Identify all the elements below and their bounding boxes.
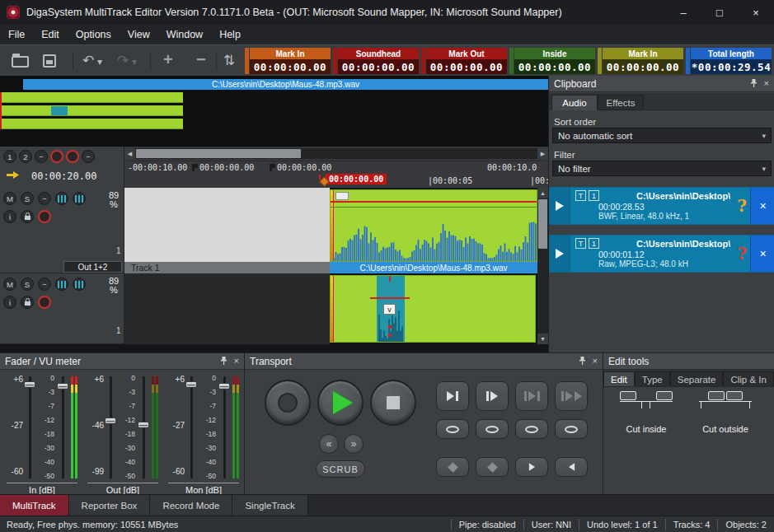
undo-icon[interactable]: ↶	[82, 52, 94, 69]
time-ruler[interactable]: -00:00:10.00 00:00:00.00 00:00:00.00 00:…	[124, 161, 548, 188]
tab-singletrack[interactable]: SingleTrack	[232, 495, 307, 516]
scroll-right-icon[interactable]: ▶	[537, 148, 548, 159]
loop-button[interactable]	[436, 419, 469, 439]
fader-handle[interactable]	[185, 381, 197, 388]
lock-button[interactable]	[21, 296, 34, 309]
prev-marker-button[interactable]	[555, 457, 588, 477]
track-1-lane[interactable]	[124, 188, 330, 262]
clip-remove-button[interactable]: ×	[750, 188, 774, 224]
overview-clip-title[interactable]: C:\Users\nin\Desktop\Maus-48.mp3.wav	[23, 79, 548, 90]
record-enable-icon[interactable]	[50, 150, 63, 163]
scrollbar-thumb[interactable]	[538, 199, 547, 249]
mute-button[interactable]: M	[3, 278, 16, 291]
scrollbar-thumb[interactable]	[136, 149, 301, 158]
open-folder-icon[interactable]	[12, 56, 29, 68]
tab-record-mode[interactable]: Record Mode	[150, 495, 232, 516]
pin-icon[interactable]	[750, 79, 758, 89]
skip-back-button[interactable]: «	[319, 434, 339, 454]
autoscroll-icon[interactable]	[7, 170, 20, 183]
panel-close-icon[interactable]: ×	[234, 357, 239, 366]
play-button[interactable]	[317, 380, 364, 426]
loop-button[interactable]	[515, 419, 548, 439]
play-from-mark-button[interactable]	[476, 381, 509, 411]
menu-file[interactable]: File	[0, 25, 33, 44]
fader-handle[interactable]	[138, 422, 149, 428]
redo-icon[interactable]: ↷	[117, 52, 129, 69]
edit-marker[interactable]: v	[383, 304, 396, 315]
spectrum-button[interactable]	[73, 278, 86, 291]
zoom-in-icon[interactable]: +	[163, 50, 173, 69]
record-enable-icon[interactable]	[66, 150, 79, 163]
scroll-up-icon[interactable]: ▲	[537, 188, 548, 198]
info-button[interactable]: i	[3, 210, 16, 223]
cut-inside-button[interactable]: Cut inside	[608, 390, 684, 437]
pin-icon[interactable]	[220, 357, 228, 366]
skip-forward-button[interactable]: »	[344, 434, 364, 454]
filter-select[interactable]: No filter ▾	[552, 161, 772, 176]
zoom-out-icon[interactable]: −	[196, 50, 206, 69]
stop-button[interactable]	[370, 380, 416, 426]
panel-close-icon[interactable]: ×	[593, 357, 598, 366]
fader-handle[interactable]	[105, 418, 116, 424]
track-name-bar[interactable]: Track 1	[124, 262, 330, 273]
output-bus-button[interactable]: Out 1+2	[63, 261, 122, 273]
track-2-lane[interactable]	[124, 273, 330, 344]
collapse-button[interactable]: −	[38, 278, 51, 291]
loop-button[interactable]	[476, 419, 509, 439]
marker-button[interactable]	[476, 457, 509, 477]
vertical-scrollbar[interactable]: ▲ ▼	[537, 188, 548, 344]
cut-outside-button[interactable]: Cut outside	[687, 390, 763, 437]
tab-reporter-box[interactable]: Reporter Box	[69, 495, 151, 516]
mute-button[interactable]: M	[3, 192, 16, 205]
maximize-button[interactable]: □	[701, 0, 738, 25]
clip-remove-button[interactable]: ×	[750, 236, 774, 272]
record-button[interactable]	[265, 380, 311, 426]
scroll-left-icon[interactable]: ◀	[124, 148, 135, 159]
collapse-button[interactable]: −	[38, 192, 51, 205]
minimize-button[interactable]: –	[665, 0, 701, 25]
clip-handle-icon[interactable]	[335, 192, 349, 200]
clip-level-line[interactable]	[331, 201, 537, 203]
clipboard-entry[interactable]: T 1 C:\Users\nin\Desktop\ 00:00:01.12 Ra…	[549, 235, 774, 273]
tab-audio[interactable]: Audio	[551, 95, 598, 110]
track-count-2-button[interactable]: 2	[19, 150, 32, 163]
fader-handle[interactable]	[57, 383, 68, 390]
sort-order-select[interactable]: No automatic sort ▾	[552, 128, 772, 143]
play-to-mark-button[interactable]	[436, 381, 469, 411]
record-arm-button[interactable]	[38, 296, 51, 309]
panel-close-icon[interactable]: ×	[764, 79, 769, 88]
menu-help[interactable]: Help	[211, 25, 249, 44]
solo-button[interactable]: S	[21, 278, 34, 291]
collapse-button[interactable]: −	[35, 150, 48, 163]
eq-button[interactable]	[55, 278, 68, 291]
tab-edit[interactable]: Edit	[603, 371, 635, 387]
clip-path-bar[interactable]: C:\Users\nin\Desktop\Maus-48.mp3.wav	[330, 262, 537, 273]
track-2-clip[interactable]: v	[330, 275, 536, 343]
close-button[interactable]: ×	[738, 0, 774, 25]
menu-edit[interactable]: Edit	[33, 25, 68, 44]
menu-window[interactable]: Window	[158, 25, 211, 44]
project-overview[interactable]: C:\Users\nin\Desktop\Maus-48.mp3.wav	[0, 76, 548, 147]
record-arm-button[interactable]	[38, 210, 51, 223]
clip-play-button[interactable]	[549, 188, 570, 224]
play-both-marks-button[interactable]	[555, 381, 588, 411]
eq-button[interactable]	[55, 192, 68, 205]
lock-button[interactable]	[21, 210, 34, 223]
undo-dropdown-icon[interactable]: ▾	[97, 56, 102, 68]
tab-multitrack[interactable]: MultiTrack	[0, 495, 69, 516]
tab-separate[interactable]: Separate	[670, 371, 724, 387]
remove-button[interactable]: −	[82, 150, 95, 163]
clipboard-entry[interactable]: T 1 C:\Users\nin\Desktop\ 00:00:28.53 BW…	[549, 187, 774, 225]
menu-view[interactable]: View	[120, 25, 158, 44]
nudge-icon[interactable]: ⇅	[223, 52, 235, 69]
horizontal-scrollbar[interactable]: ◀ ▶	[124, 148, 548, 159]
fader-handle[interactable]	[24, 381, 35, 388]
save-icon[interactable]	[43, 54, 56, 68]
track-1-clip[interactable]	[330, 189, 537, 262]
clip-play-button[interactable]	[549, 236, 570, 272]
track-count-1-button[interactable]: 1	[3, 150, 16, 163]
pin-icon[interactable]	[579, 357, 586, 366]
fader-handle[interactable]	[218, 383, 230, 390]
tab-clip-in[interactable]: Clip & In	[723, 371, 773, 387]
menu-options[interactable]: Options	[68, 25, 120, 44]
